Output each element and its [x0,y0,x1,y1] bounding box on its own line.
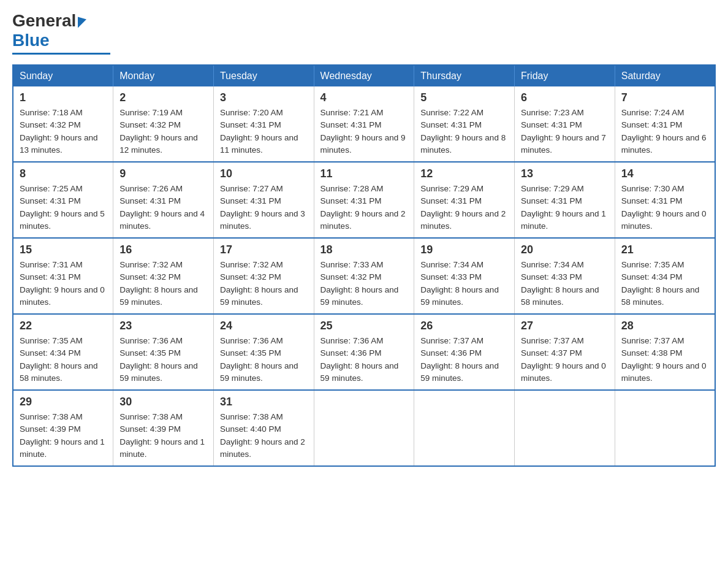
day-number: 5 [420,91,508,104]
weekday-header-tuesday: Tuesday [213,65,314,86]
calendar-cell: 10 Sunrise: 7:27 AM Sunset: 4:31 PM Dayl… [213,162,314,238]
day-number: 24 [220,320,308,332]
day-number: 14 [621,167,708,180]
calendar-cell: 4 Sunrise: 7:21 AM Sunset: 4:31 PM Dayli… [314,86,414,162]
day-number: 27 [521,320,609,332]
day-number: 22 [20,320,107,332]
day-info: Sunrise: 7:26 AM Sunset: 4:31 PM Dayligh… [119,183,207,232]
calendar-cell: 26 Sunrise: 7:37 AM Sunset: 4:36 PM Dayl… [414,314,515,390]
logo: General Blue [12,12,110,55]
day-number: 19 [420,243,508,256]
calendar-cell: 15 Sunrise: 7:31 AM Sunset: 4:31 PM Dayl… [13,238,113,314]
day-info: Sunrise: 7:34 AM Sunset: 4:33 PM Dayligh… [521,259,609,308]
calendar-cell: 6 Sunrise: 7:23 AM Sunset: 4:31 PM Dayli… [515,86,615,162]
day-number: 3 [220,91,308,104]
calendar-week-row: 22 Sunrise: 7:35 AM Sunset: 4:34 PM Dayl… [13,314,715,390]
calendar-cell [414,390,515,466]
calendar-cell: 16 Sunrise: 7:32 AM Sunset: 4:32 PM Dayl… [113,238,214,314]
calendar-cell: 1 Sunrise: 7:18 AM Sunset: 4:32 PM Dayli… [13,86,113,162]
day-info: Sunrise: 7:33 AM Sunset: 4:32 PM Dayligh… [320,259,408,308]
day-number: 12 [420,167,508,180]
day-info: Sunrise: 7:38 AM Sunset: 4:39 PM Dayligh… [119,411,207,461]
day-number: 6 [521,91,609,104]
day-info: Sunrise: 7:31 AM Sunset: 4:31 PM Dayligh… [20,259,107,308]
calendar-cell: 28 Sunrise: 7:37 AM Sunset: 4:38 PM Dayl… [615,314,715,390]
day-info: Sunrise: 7:19 AM Sunset: 4:32 PM Dayligh… [119,107,207,156]
calendar-cell: 23 Sunrise: 7:36 AM Sunset: 4:35 PM Dayl… [113,314,214,390]
day-info: Sunrise: 7:22 AM Sunset: 4:31 PM Dayligh… [420,107,508,156]
day-info: Sunrise: 7:32 AM Sunset: 4:32 PM Dayligh… [119,259,207,308]
calendar-cell: 9 Sunrise: 7:26 AM Sunset: 4:31 PM Dayli… [113,162,214,238]
logo-arrow-icon [78,13,86,28]
day-info: Sunrise: 7:36 AM Sunset: 4:35 PM Dayligh… [220,335,308,385]
calendar-cell: 22 Sunrise: 7:35 AM Sunset: 4:34 PM Dayl… [13,314,113,390]
day-number: 23 [119,320,207,332]
weekday-header-monday: Monday [113,65,214,86]
calendar-cell: 20 Sunrise: 7:34 AM Sunset: 4:33 PM Dayl… [515,238,615,314]
day-info: Sunrise: 7:36 AM Sunset: 4:35 PM Dayligh… [119,335,207,385]
calendar-cell: 27 Sunrise: 7:37 AM Sunset: 4:37 PM Dayl… [515,314,615,390]
day-number: 10 [220,167,308,180]
day-number: 26 [420,320,508,332]
day-info: Sunrise: 7:35 AM Sunset: 4:34 PM Dayligh… [20,335,107,385]
calendar-cell: 3 Sunrise: 7:20 AM Sunset: 4:31 PM Dayli… [213,86,314,162]
calendar-cell: 14 Sunrise: 7:30 AM Sunset: 4:31 PM Dayl… [615,162,715,238]
calendar-cell: 24 Sunrise: 7:36 AM Sunset: 4:35 PM Dayl… [213,314,314,390]
calendar-week-row: 29 Sunrise: 7:38 AM Sunset: 4:39 PM Dayl… [13,390,715,466]
weekday-header-sunday: Sunday [13,65,113,86]
calendar-cell [314,390,414,466]
day-number: 8 [20,167,107,180]
logo-row2: Blue [12,31,50,50]
day-info: Sunrise: 7:28 AM Sunset: 4:31 PM Dayligh… [320,183,408,232]
calendar-cell: 11 Sunrise: 7:28 AM Sunset: 4:31 PM Dayl… [314,162,414,238]
calendar-cell: 21 Sunrise: 7:35 AM Sunset: 4:34 PM Dayl… [615,238,715,314]
calendar-cell: 5 Sunrise: 7:22 AM Sunset: 4:31 PM Dayli… [414,86,515,162]
weekday-header-friday: Friday [515,65,615,86]
calendar-cell: 17 Sunrise: 7:32 AM Sunset: 4:32 PM Dayl… [213,238,314,314]
calendar-cell: 12 Sunrise: 7:29 AM Sunset: 4:31 PM Dayl… [414,162,515,238]
logo-divider [12,53,110,55]
day-info: Sunrise: 7:24 AM Sunset: 4:31 PM Dayligh… [621,107,708,156]
calendar-cell: 19 Sunrise: 7:34 AM Sunset: 4:33 PM Dayl… [414,238,515,314]
calendar-week-row: 15 Sunrise: 7:31 AM Sunset: 4:31 PM Dayl… [13,238,715,314]
calendar-cell: 8 Sunrise: 7:25 AM Sunset: 4:31 PM Dayli… [13,162,113,238]
day-number: 1 [20,91,107,104]
day-number: 20 [521,243,609,256]
day-info: Sunrise: 7:21 AM Sunset: 4:31 PM Dayligh… [320,107,408,156]
day-number: 28 [621,320,708,332]
calendar-header-row: SundayMondayTuesdayWednesdayThursdayFrid… [13,65,715,86]
day-info: Sunrise: 7:38 AM Sunset: 4:40 PM Dayligh… [220,411,308,461]
day-info: Sunrise: 7:38 AM Sunset: 4:39 PM Dayligh… [20,411,107,461]
day-info: Sunrise: 7:37 AM Sunset: 4:38 PM Dayligh… [621,335,708,385]
weekday-header-thursday: Thursday [414,65,515,86]
calendar-cell: 13 Sunrise: 7:29 AM Sunset: 4:31 PM Dayl… [515,162,615,238]
logo-name: General [12,12,88,29]
calendar-cell: 30 Sunrise: 7:38 AM Sunset: 4:39 PM Dayl… [113,390,214,466]
calendar-cell: 18 Sunrise: 7:33 AM Sunset: 4:32 PM Dayl… [314,238,414,314]
day-info: Sunrise: 7:35 AM Sunset: 4:34 PM Dayligh… [621,259,708,308]
calendar-cell: 29 Sunrise: 7:38 AM Sunset: 4:39 PM Dayl… [13,390,113,466]
day-info: Sunrise: 7:37 AM Sunset: 4:36 PM Dayligh… [420,335,508,385]
day-number: 17 [220,243,308,256]
day-number: 31 [220,396,308,408]
day-info: Sunrise: 7:36 AM Sunset: 4:36 PM Dayligh… [320,335,408,385]
day-number: 21 [621,243,708,256]
calendar-week-row: 1 Sunrise: 7:18 AM Sunset: 4:32 PM Dayli… [13,86,715,162]
day-number: 30 [119,396,207,408]
weekday-header-saturday: Saturday [615,65,715,86]
day-number: 29 [20,396,107,408]
calendar-table: SundayMondayTuesdayWednesdayThursdayFrid… [12,64,716,467]
calendar-week-row: 8 Sunrise: 7:25 AM Sunset: 4:31 PM Dayli… [13,162,715,238]
day-info: Sunrise: 7:37 AM Sunset: 4:37 PM Dayligh… [521,335,609,385]
day-number: 16 [119,243,207,256]
day-number: 4 [320,91,408,104]
day-info: Sunrise: 7:23 AM Sunset: 4:31 PM Dayligh… [521,107,609,156]
day-number: 13 [521,167,609,180]
calendar-cell: 25 Sunrise: 7:36 AM Sunset: 4:36 PM Dayl… [314,314,414,390]
day-info: Sunrise: 7:30 AM Sunset: 4:31 PM Dayligh… [621,183,708,232]
day-number: 11 [320,167,408,180]
day-info: Sunrise: 7:25 AM Sunset: 4:31 PM Dayligh… [20,183,107,232]
day-info: Sunrise: 7:20 AM Sunset: 4:31 PM Dayligh… [220,107,308,156]
day-number: 2 [119,91,207,104]
calendar-cell [615,390,715,466]
